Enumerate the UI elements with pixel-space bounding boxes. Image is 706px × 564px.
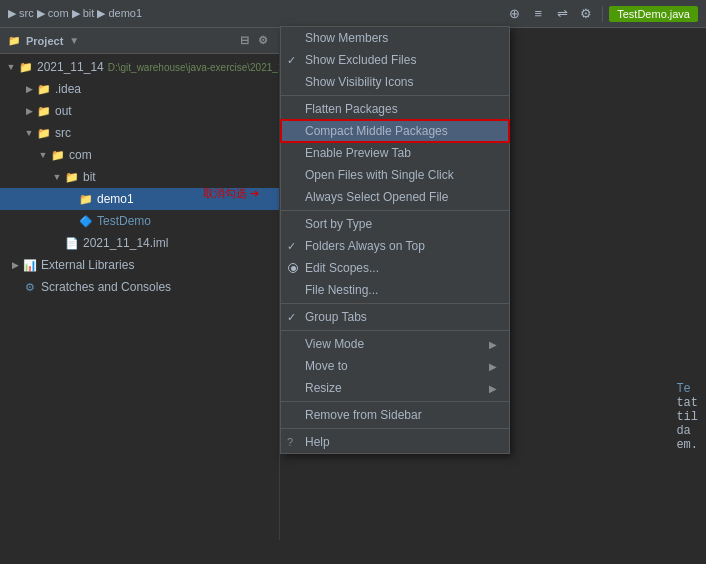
tree-label: out bbox=[55, 104, 72, 118]
menu-label: Show Visibility Icons bbox=[305, 75, 414, 89]
editor-line: til bbox=[676, 410, 698, 424]
menu-item-compact-middle[interactable]: Compact Middle Packages bbox=[281, 120, 509, 142]
menu-item-flatten[interactable]: Flatten Packages bbox=[281, 98, 509, 120]
settings-icon[interactable]: ⚙ bbox=[255, 33, 271, 49]
editor-line: da bbox=[676, 424, 698, 438]
main-layout: 📁 Project ▼ ⊟ ⚙ ▼ 📁 2021_11_14 D:\git_wa… bbox=[0, 28, 706, 540]
separator bbox=[281, 428, 509, 429]
tree-item-com[interactable]: ▼ 📁 com bbox=[0, 144, 279, 166]
menu-item-always-select[interactable]: Always Select Opened File bbox=[281, 186, 509, 208]
tree-label: Scratches and Consoles bbox=[41, 280, 171, 294]
toolbar-icons: ⊕ ≡ ⇌ ⚙ TestDemo.java bbox=[504, 4, 698, 24]
folder-icon: 📁 bbox=[18, 59, 34, 75]
radio-icon bbox=[288, 263, 298, 273]
folder-icon: 📁 bbox=[36, 103, 52, 119]
context-menu: Show Members ✓ Show Excluded Files Show … bbox=[280, 26, 510, 454]
editor-line: em. bbox=[676, 438, 698, 452]
menu-item-open-single-click[interactable]: Open Files with Single Click bbox=[281, 164, 509, 186]
separator bbox=[281, 95, 509, 96]
dropdown-icon[interactable]: ▼ bbox=[69, 35, 79, 46]
submenu-arrow-icon: ▶ bbox=[489, 361, 497, 372]
test-icon: 🔷 bbox=[78, 213, 94, 229]
toolbar-icon-gear[interactable]: ⚙ bbox=[576, 4, 596, 24]
project-sidebar: 📁 Project ▼ ⊟ ⚙ ▼ 📁 2021_11_14 D:\git_wa… bbox=[0, 28, 280, 540]
arrow-icon: ▶ bbox=[8, 258, 22, 272]
iml-icon: 📄 bbox=[64, 235, 80, 251]
menu-item-show-excluded[interactable]: ✓ Show Excluded Files bbox=[281, 49, 509, 71]
menu-item-show-visibility[interactable]: Show Visibility Icons bbox=[281, 71, 509, 93]
tree-item-2021-11-14[interactable]: ▼ 📁 2021_11_14 D:\git_warehouse\java-exe… bbox=[0, 56, 279, 78]
editor-bottom-content: Te tat til da em. bbox=[668, 374, 706, 460]
menu-item-move-to[interactable]: Move to ▶ bbox=[281, 355, 509, 377]
menu-label: Group Tabs bbox=[305, 310, 367, 324]
arrow-icon bbox=[8, 280, 22, 294]
checkmark-icon: ✓ bbox=[287, 311, 296, 324]
toolbar-icon-globe[interactable]: ⊕ bbox=[504, 4, 524, 24]
menu-label: Open Files with Single Click bbox=[305, 168, 454, 182]
sidebar-title: Project bbox=[26, 35, 63, 47]
separator bbox=[281, 210, 509, 211]
menu-item-enable-preview[interactable]: Enable Preview Tab bbox=[281, 142, 509, 164]
tree-item-scratches[interactable]: ⚙ Scratches and Consoles bbox=[0, 276, 279, 298]
separator bbox=[281, 303, 509, 304]
submenu-arrow-icon: ▶ bbox=[489, 383, 497, 394]
collapse-all-icon[interactable]: ⊟ bbox=[236, 33, 252, 49]
tree-path: D:\git_warehouse\java-exercise\2021_1... bbox=[108, 62, 279, 73]
tree-item-iml[interactable]: 📄 2021_11_14.iml bbox=[0, 232, 279, 254]
cancel-annotation: 取消勾选 ➔ bbox=[203, 186, 259, 201]
tree-label: TestDemo bbox=[97, 214, 151, 228]
editor-line: tat bbox=[676, 396, 698, 410]
checkmark-icon: ✓ bbox=[287, 54, 296, 67]
submenu-arrow-icon: ▶ bbox=[489, 339, 497, 350]
menu-item-edit-scopes[interactable]: Edit Scopes... bbox=[281, 257, 509, 279]
tree-label: 2021_11_14.iml bbox=[83, 236, 168, 250]
tree-label: demo1 bbox=[97, 192, 134, 206]
lib-icon: 📊 bbox=[22, 257, 38, 273]
tree-label: External Libraries bbox=[41, 258, 134, 272]
checkmark-icon: ✓ bbox=[287, 240, 296, 253]
menu-item-folders-top[interactable]: ✓ Folders Always on Top bbox=[281, 235, 509, 257]
toolbar-icon-sort[interactable]: ⇌ bbox=[552, 4, 572, 24]
sidebar-header-icons: ⊟ ⚙ bbox=[236, 33, 271, 49]
folder-icon: 📁 bbox=[50, 147, 66, 163]
src-folder-icon: 📁 bbox=[36, 125, 52, 141]
menu-label: View Mode bbox=[305, 337, 364, 351]
arrow-icon bbox=[64, 214, 78, 228]
menu-label: Help bbox=[305, 435, 330, 449]
tree-label: 2021_11_14 bbox=[37, 60, 104, 74]
arrow-icon: ▼ bbox=[36, 148, 50, 162]
menu-label: Flatten Packages bbox=[305, 102, 398, 116]
arrow-icon bbox=[50, 236, 64, 250]
toolbar-icon-list[interactable]: ≡ bbox=[528, 4, 548, 24]
menu-item-remove-sidebar[interactable]: Remove from Sidebar bbox=[281, 404, 509, 426]
menu-item-file-nesting[interactable]: File Nesting... bbox=[281, 279, 509, 301]
menu-label: Compact Middle Packages bbox=[305, 124, 448, 138]
menu-item-show-members[interactable]: Show Members bbox=[281, 27, 509, 49]
tree-item-idea[interactable]: ▶ 📁 .idea bbox=[0, 78, 279, 100]
menu-label: Resize bbox=[305, 381, 342, 395]
separator bbox=[281, 330, 509, 331]
menu-label: Show Excluded Files bbox=[305, 53, 416, 67]
menu-label: Remove from Sidebar bbox=[305, 408, 422, 422]
tree-item-external-libraries[interactable]: ▶ 📊 External Libraries bbox=[0, 254, 279, 276]
tree-item-src[interactable]: ▼ 📁 src bbox=[0, 122, 279, 144]
menu-item-resize[interactable]: Resize ▶ bbox=[281, 377, 509, 399]
tree-label: .idea bbox=[55, 82, 81, 96]
arrow-icon: ▼ bbox=[4, 60, 18, 74]
menu-label: File Nesting... bbox=[305, 283, 378, 297]
tree-item-bit[interactable]: ▼ 📁 bit bbox=[0, 166, 279, 188]
tree-item-out[interactable]: ▶ 📁 out bbox=[0, 100, 279, 122]
menu-item-sort-type[interactable]: Sort by Type bbox=[281, 213, 509, 235]
arrow-icon bbox=[64, 192, 78, 206]
tree-item-testdemo[interactable]: 🔷 TestDemo bbox=[0, 210, 279, 232]
folder-icon: 📁 bbox=[36, 81, 52, 97]
tree-label: com bbox=[69, 148, 92, 162]
arrow-icon: ▶ bbox=[22, 104, 36, 118]
testdemo-tab[interactable]: TestDemo.java bbox=[609, 6, 698, 22]
divider bbox=[602, 6, 603, 22]
menu-item-view-mode[interactable]: View Mode ▶ bbox=[281, 333, 509, 355]
menu-item-group-tabs[interactable]: ✓ Group Tabs bbox=[281, 306, 509, 328]
arrow-icon: ▶ bbox=[22, 82, 36, 96]
editor-line: Te bbox=[676, 382, 698, 396]
menu-item-help[interactable]: ? Help bbox=[281, 431, 509, 453]
